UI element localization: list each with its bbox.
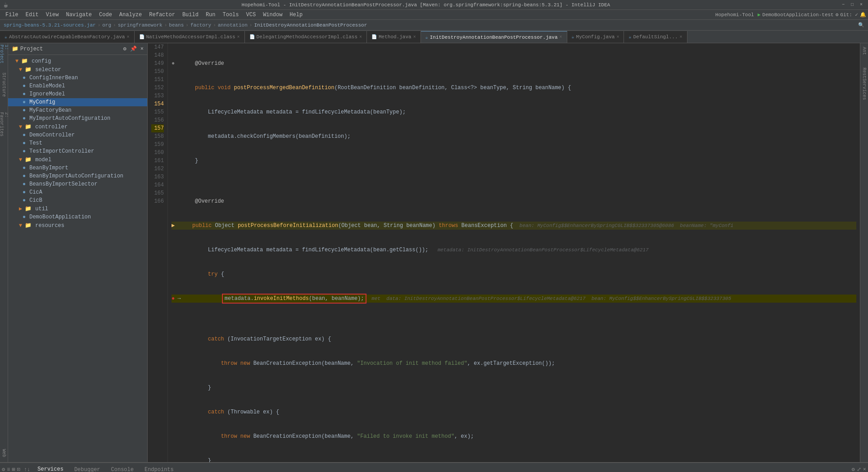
title-bar: ☕ Hopehomi-Tool - InitDestroyAnnotationB… [0,0,868,10]
tree-item-beanbyimport[interactable]: ● BeanByImport [8,164,147,172]
tab-initdestroy[interactable]: ☕ InitDestroyAnnotationBeanPostProcessor… [421,31,567,43]
menu-run[interactable]: Run [202,11,219,19]
left-sidebar: 1: Project Structure 2: Favorites Web [0,43,8,462]
tab-abstractautowire[interactable]: ☕ AbstractAutowireCapableBeanFactory.jav… [0,31,135,43]
menu-code[interactable]: Code [95,11,116,19]
project-pin-icon[interactable]: 📌 [130,45,137,52]
project-header: 📁 Project ⚙ 📌 × [8,43,147,55]
project-header-label: Project [20,46,43,52]
menu-refactor[interactable]: Refactor [145,11,179,19]
window-controls: − □ × [840,2,864,8]
tree-item-beanbyimportauto[interactable]: ● BeanByImportAutoConfiguration [8,172,147,180]
tab-endpoints[interactable]: Endpoints [139,465,179,472]
tab-nativemethod[interactable]: 📄 NativeMethodAccessorImpl.class × [135,31,245,43]
sidebar-structure-btn[interactable]: Structure [0,76,8,94]
project-tree: ▼ 📁 config ▼ 📁 selector ● ConfigInnerBea… [8,55,147,462]
tree-item-util[interactable]: ▶ 📁 util [8,204,147,213]
bottom-tabs: ⚙ ≡ ⊞ ⊡ ↑↓ Services Debugger Console End… [0,463,868,472]
tree-item-democontroller[interactable]: ● DemoController [8,131,147,139]
menu-bar: File Edit View Navigate Code Analyze Ref… [0,10,868,20]
tab-delegating[interactable]: 📄 DelegatingMethodAccessorImpl.class × [245,31,367,43]
tab-services[interactable]: Services [32,464,69,472]
breadcrumb-annotation[interactable]: annotation [218,23,248,28]
bottom-panel: ⚙ ≡ ⊞ ⊡ ↑↓ Services Debugger Console End… [0,462,868,472]
tab-console[interactable]: Console [106,465,139,472]
sidebar-web-btn[interactable]: Web [0,444,8,462]
minimize-button[interactable]: − [840,2,846,8]
tab-defaultsingl[interactable]: ☕ DefaultSingl... × [624,31,687,43]
tree-item-resources[interactable]: ▼ 📁 resources [8,221,147,230]
menu-help[interactable]: Help [286,11,306,19]
tree-item-beansbyimport[interactable]: ● BeansByImportSelector [8,180,147,188]
tree-item-configinnerbean[interactable]: ● ConfigInnerBean [8,74,147,82]
project-settings-icon[interactable]: ⚙ [123,45,127,52]
code-content[interactable]: 147 148 149 150 151 152 153 154 155 156 … [148,43,860,462]
menu-build[interactable]: Build [179,11,202,19]
tree-item-testimportcontroller[interactable]: ● TestImportController [8,147,147,155]
code-lines[interactable]: ● @Override public void postProcessMerge… [168,43,860,462]
right-sidebar: Ant RestServices [860,43,868,462]
tree-item-myfactorybean[interactable]: ● MyFactoryBean [8,106,147,114]
breadcrumb-bar: spring-beans-5.3.21-sources.jar › org › … [0,20,868,31]
breadcrumb-jar[interactable]: spring-beans-5.3.21-sources.jar [4,23,96,28]
project-close-icon[interactable]: × [140,46,144,52]
menu-navigate[interactable]: Navigate [62,11,95,19]
tree-item-model[interactable]: ▼ 📁 model [8,155,147,164]
tree-item-selector[interactable]: ▼ 📁 selector [8,65,147,74]
tree-item-enablemodel[interactable]: ● EnableModel [8,82,147,90]
sidebar-project-btn[interactable]: 1: Project [0,45,8,63]
tab-method[interactable]: 📄 Method.java × [367,31,421,43]
menu-edit[interactable]: Edit [22,11,42,19]
tab-myconfig[interactable]: ☕ MyConfig.java × [567,31,624,43]
bottom-expand-icon[interactable]: ⤢ [857,466,861,472]
close-button[interactable]: × [858,2,864,8]
right-sidebar-ant[interactable]: Ant [860,45,868,57]
tab-bar: ☕ AbstractAutowireCapableBeanFactory.jav… [0,31,868,43]
window-title: Hopehomi-Tool - InitDestroyAnnotationBea… [12,2,840,8]
breadcrumb-org[interactable]: org [102,23,111,28]
project-panel: 📁 Project ⚙ 📌 × ▼ 📁 config ▼ 📁 selector [8,43,148,462]
editor-area: 147 148 149 150 151 152 153 154 155 156 … [148,43,860,462]
breadcrumb-class[interactable]: InitDestroyAnnotationBeanPostProcessor [254,23,367,28]
tree-item-myconfig[interactable]: ● MyConfig [8,98,147,106]
menu-view[interactable]: View [42,11,63,19]
tree-item-myimport[interactable]: ● MyImportAutoConfiguration [8,114,147,123]
menu-tools[interactable]: Tools [219,11,243,19]
breadcrumb-factory[interactable]: factory [190,23,211,28]
menu-vcs[interactable]: VCS [243,11,260,19]
menu-file[interactable]: File [2,11,22,19]
sidebar-favorites-btn[interactable]: 2: Favorites [0,115,8,133]
breadcrumb-beans[interactable]: beans [169,23,184,28]
tree-item-cica[interactable]: ● CicA [8,188,147,196]
right-sidebar-restservices[interactable]: RestServices [860,66,868,102]
breadcrumb-springframework[interactable]: springframework [118,23,163,28]
tree-item-controller[interactable]: ▼ 📁 controller [8,123,147,131]
tree-item-ignoremodel[interactable]: ● IgnoreModel [8,90,147,98]
main-layout: 1: Project Structure 2: Favorites Web 📁 … [0,43,868,462]
tab-debugger[interactable]: Debugger [69,465,106,472]
line-numbers: 147 148 149 150 151 152 153 154 155 156 … [148,43,168,462]
tree-item-config[interactable]: ▼ 📁 config [8,57,147,65]
tree-item-test[interactable]: ● Test [8,139,147,147]
tree-item-demobootapp[interactable]: ● DemoBootApplication [8,213,147,221]
menu-window[interactable]: Window [259,11,286,19]
menu-analyze[interactable]: Analyze [116,11,145,19]
bottom-settings-icon[interactable]: ⚙ [852,466,855,472]
bottom-close-icon[interactable]: × [863,467,866,472]
maximize-button[interactable]: □ [849,2,855,8]
tree-item-cicb[interactable]: ● CicB [8,196,147,204]
